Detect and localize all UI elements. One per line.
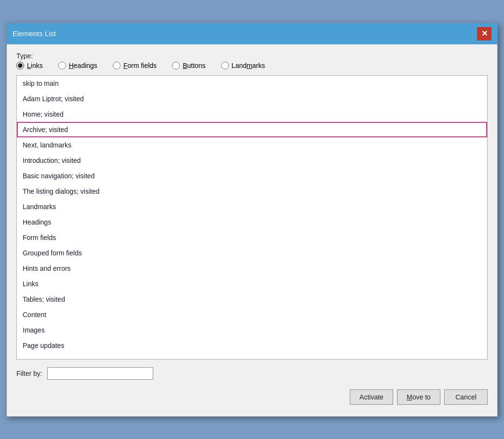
title-bar: Elements List ✕	[7, 23, 497, 44]
button-row: Activate Move to Cancel	[16, 386, 488, 409]
filter-label: Filter by:	[16, 370, 42, 377]
radio-option-landmarks[interactable]: Landmarks	[221, 62, 265, 69]
list-item[interactable]: Introduction; visited	[17, 153, 487, 168]
radio-form-fields-label: Form fields	[123, 62, 157, 69]
radio-links-label: Links	[27, 62, 43, 69]
radio-landmarks-label: Landmarks	[232, 62, 265, 69]
list-item[interactable]: skip to main	[17, 76, 487, 91]
list-item[interactable]: The listing dialogs; visited	[17, 184, 487, 199]
radio-buttons[interactable]	[172, 62, 180, 69]
radio-option-links[interactable]: Links	[16, 62, 43, 69]
elements-list-scrollable[interactable]: skip to mainAdam Liptrot; visitedHome; v…	[17, 76, 487, 359]
list-item[interactable]: Links	[17, 276, 487, 292]
radio-form-fields[interactable]	[113, 62, 120, 69]
list-item[interactable]: Tables; visited	[17, 292, 487, 307]
filter-row: Filter by:	[16, 367, 488, 380]
move-to-button[interactable]: Move to	[397, 389, 440, 405]
type-label: Type:	[16, 52, 488, 60]
list-item[interactable]: Archive; visited	[17, 122, 487, 137]
list-item[interactable]: Next, landmarks	[17, 137, 487, 153]
list-item[interactable]: Images	[17, 322, 487, 338]
radio-option-form-fields[interactable]: Form fields	[113, 62, 157, 69]
activate-button[interactable]: Activate	[350, 389, 393, 405]
cancel-button[interactable]: Cancel	[444, 389, 488, 405]
close-button[interactable]: ✕	[477, 27, 491, 40]
dialog-body: Type: Links Headings Form fields Buttons	[7, 44, 497, 416]
type-section: Type: Links Headings Form fields Buttons	[16, 52, 488, 69]
radio-group: Links Headings Form fields Buttons Landm…	[16, 62, 488, 69]
radio-landmarks[interactable]	[221, 62, 229, 69]
radio-buttons-label: Buttons	[183, 62, 205, 69]
radio-links[interactable]	[16, 62, 24, 69]
list-item[interactable]: Hints and errors	[17, 261, 487, 276]
elements-list-dialog: Elements List ✕ Type: Links Headings For…	[6, 23, 498, 417]
list-item[interactable]: Content	[17, 307, 487, 322]
radio-option-buttons[interactable]: Buttons	[172, 62, 205, 69]
list-item[interactable]: Form fields	[17, 230, 487, 245]
list-item[interactable]: Landmarks	[17, 199, 487, 214]
list-item[interactable]: Basic navigation; visited	[17, 168, 487, 184]
list-item[interactable]: Home; visited	[17, 106, 487, 122]
radio-headings[interactable]	[58, 62, 66, 69]
radio-option-headings[interactable]: Headings	[58, 62, 97, 69]
elements-list-container: skip to mainAdam Liptrot; visitedHome; v…	[16, 75, 488, 359]
radio-headings-label: Headings	[69, 62, 97, 69]
dialog-title: Elements List	[13, 29, 56, 38]
list-item[interactable]: Grouped form fields	[17, 245, 487, 261]
list-item[interactable]: Adam Liptrot; visited	[17, 91, 487, 106]
list-item[interactable]: Headings	[17, 214, 487, 230]
list-item[interactable]: Page updates	[17, 338, 487, 353]
filter-input[interactable]	[47, 367, 153, 380]
